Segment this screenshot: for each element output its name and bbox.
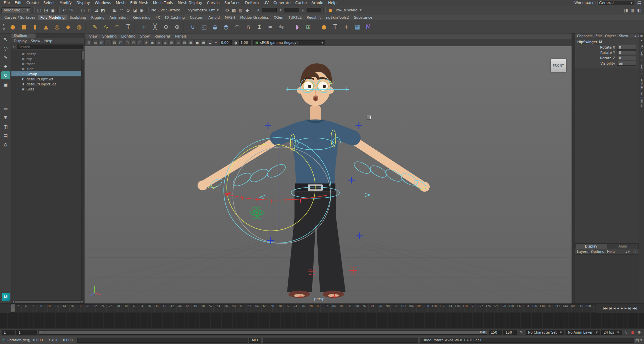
- timeline-tick-label[interactable]: 104: [409, 305, 414, 308]
- textured-icon[interactable]: ▦: [201, 40, 207, 45]
- attribute-value-input[interactable]: 0: [617, 56, 636, 60]
- timeline-tick-label[interactable]: 68: [271, 305, 274, 308]
- outliner-menu-item[interactable]: Show: [31, 39, 40, 43]
- timeline-tick-label[interactable]: 86: [340, 305, 343, 308]
- extrude-icon[interactable]: ↥: [254, 21, 265, 32]
- shelf-tab[interactable]: Redshift: [304, 15, 323, 20]
- menu-item[interactable]: Arnold: [309, 0, 326, 5]
- layer-editor-tab[interactable]: Display: [575, 244, 607, 249]
- timeline-tick-label[interactable]: 32: [132, 305, 135, 308]
- auto-key-icon[interactable]: ●: [630, 330, 636, 335]
- separator[interactable]: [32, 7, 35, 13]
- channel-box-menu-item[interactable]: Object: [605, 34, 616, 38]
- snap-curve-icon[interactable]: ◠: [118, 7, 125, 13]
- separator[interactable]: [76, 7, 78, 13]
- timeline-tick-label[interactable]: 102: [401, 305, 406, 308]
- shaded-icon[interactable]: ●: [194, 40, 200, 45]
- poly-disc-icon[interactable]: ◍: [74, 21, 85, 32]
- timeline-tick-label[interactable]: 50: [201, 305, 205, 308]
- shelf-tab[interactable]: MASH: [222, 15, 237, 20]
- scroll-left-icon[interactable]: ◀: [12, 300, 15, 303]
- sep[interactable]: [315, 21, 318, 32]
- sidebar-tool-settings-icon[interactable]: ▥: [629, 7, 636, 13]
- layer-menu-item[interactable]: Layers: [577, 250, 588, 254]
- smooth-icon[interactable]: ≈: [265, 21, 276, 32]
- attribute-name[interactable]: Rotate Y: [575, 51, 617, 55]
- menu-item[interactable]: Modify: [57, 0, 74, 5]
- separator[interactable]: [183, 7, 185, 13]
- user-account-dropdown[interactable]: Po-En Wang: [334, 8, 359, 12]
- menu-item[interactable]: Mesh Tools: [151, 0, 175, 5]
- timeline-tick-label[interactable]: 132: [517, 305, 522, 308]
- channelbox-pin-icon[interactable]: ▪: [634, 35, 637, 38]
- timeline-tick-label[interactable]: 138: [540, 305, 545, 308]
- poly-cube-icon[interactable]: ■: [18, 21, 29, 32]
- pants-hip[interactable]: [294, 191, 336, 222]
- command-line-toggle-icon[interactable]: ▾: [640, 338, 642, 342]
- range-slider[interactable]: 1 150: [39, 330, 487, 335]
- layer-move-up-icon[interactable]: ▴: [626, 250, 627, 254]
- timeline-tick-label[interactable]: 122: [478, 305, 483, 308]
- step-back-frame-button[interactable]: ◀: [613, 306, 616, 311]
- quad-draw-tool-icon[interactable]: +: [139, 21, 149, 32]
- field-chart-icon[interactable]: ⊟: [111, 40, 117, 45]
- scrollbar-thumb[interactable]: [15, 301, 80, 303]
- timeline-tick-label[interactable]: 2: [17, 305, 19, 308]
- shelf-tab[interactable]: Sculpting: [67, 15, 89, 20]
- add-divisions-icon[interactable]: ⊕: [172, 21, 182, 32]
- timeline-tick-label[interactable]: 142: [555, 305, 560, 308]
- shelf-tab[interactable]: Substance: [352, 15, 375, 20]
- film-gate-icon[interactable]: ▭: [92, 40, 98, 45]
- timeline-tick-label[interactable]: 98: [386, 305, 390, 308]
- timeline-tick-label[interactable]: 38: [155, 305, 158, 308]
- safe-action-icon[interactable]: ◰: [118, 40, 124, 45]
- play-forwards-button[interactable]: ▶: [620, 306, 623, 311]
- timeline-tick-label[interactable]: 114: [447, 305, 452, 308]
- type-mesh-icon[interactable]: T: [330, 21, 340, 32]
- timeline-tick-label[interactable]: 28: [117, 305, 120, 308]
- redo-icon[interactable]: ↷: [68, 7, 74, 13]
- workspace-dropdown[interactable]: General▼: [597, 1, 634, 5]
- dock-tab[interactable]: Attribute Editor: [640, 79, 643, 108]
- shelf-options-icon[interactable]: ⚙: [2, 27, 5, 30]
- sidebar-attribute-editor-icon[interactable]: ◨: [623, 7, 629, 13]
- current-time-input[interactable]: 1: [16, 330, 37, 335]
- uv-editor-icon[interactable]: ⊞: [303, 21, 314, 32]
- cached-playback-track[interactable]: [0, 313, 644, 328]
- layout-single-pane[interactable]: ▭: [1, 105, 10, 113]
- menu-item[interactable]: Cache: [293, 0, 309, 5]
- mash-network-icon[interactable]: M: [363, 21, 374, 32]
- mirror-icon[interactable]: ⇆: [276, 21, 287, 32]
- viewport-menu-item[interactable]: Renderer: [152, 34, 172, 38]
- outliner-item[interactable]: ◑ defaultObjectSet: [11, 81, 81, 86]
- sidebar-channel-box-icon[interactable]: ◧: [636, 7, 643, 13]
- timeline-tick-label[interactable]: 18: [78, 305, 82, 308]
- help-line-field[interactable]: [77, 338, 248, 343]
- menu-item[interactable]: Edit: [12, 0, 24, 5]
- viewport-menu-item[interactable]: Shading: [100, 34, 119, 38]
- timeline-tick-label[interactable]: 74: [294, 305, 297, 308]
- axis-input[interactable]: [284, 8, 299, 12]
- shelf-tab[interactable]: Animation: [107, 15, 130, 20]
- save-scene-icon[interactable]: ▣: [49, 7, 56, 13]
- text-tool-icon[interactable]: T: [123, 21, 133, 32]
- shelf-tab[interactable]: Rigging: [89, 15, 107, 20]
- timeline-tick-label[interactable]: 134: [524, 305, 529, 308]
- playback-end-input[interactable]: 150: [489, 330, 502, 335]
- channel-box-menu-item[interactable]: Show: [619, 34, 628, 38]
- bevel-icon[interactable]: ◠: [232, 21, 243, 32]
- timeline-tick-label[interactable]: 94: [371, 305, 374, 308]
- sep[interactable]: [135, 21, 138, 32]
- xray-icon[interactable]: ▨: [181, 40, 187, 45]
- expander-icon[interactable]: ▸: [16, 72, 19, 75]
- gamma-input[interactable]: 1.00: [239, 40, 251, 45]
- selected-node-name[interactable]: HipSwinger_M: [575, 39, 639, 45]
- channel-box-menu-item[interactable]: Edit: [595, 34, 602, 38]
- current-frame-marker[interactable]: 1: [11, 304, 15, 312]
- timeline-tick-label[interactable]: 76: [302, 305, 305, 308]
- dock-tab[interactable]: Modeling Toolkit: [640, 45, 643, 74]
- attribute-value-input[interactable]: 0: [617, 45, 636, 50]
- layout-persp-outliner[interactable]: ▤: [1, 132, 10, 140]
- highlight-selection-icon[interactable]: ◩: [100, 7, 106, 13]
- shelf-tab[interactable]: FX: [153, 15, 162, 20]
